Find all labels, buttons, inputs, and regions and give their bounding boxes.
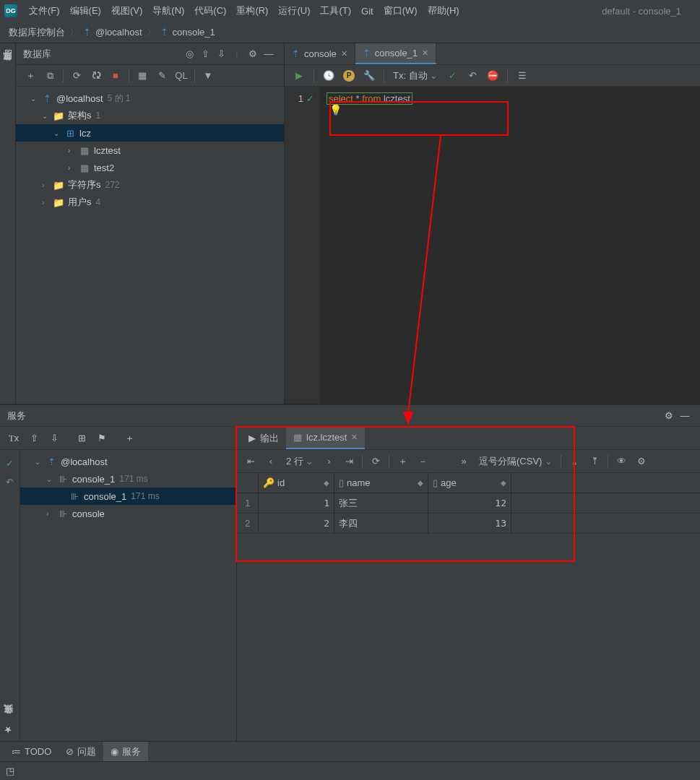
expand-arrow[interactable]: › — [68, 164, 78, 172]
table-row[interactable]: 22李四13 — [237, 514, 700, 534]
commit-icon[interactable]: ✓ — [444, 67, 461, 84]
cell-age[interactable]: 13 — [428, 514, 511, 533]
add-icon[interactable]: ＋ — [120, 430, 139, 447]
favorites-tab[interactable]: ★ 收藏夹 — [0, 716, 16, 741]
tree-item-架构s[interactable]: ⌄📁架构s1 — [16, 107, 284, 124]
svc-tree-item[interactable]: ›⊪console — [20, 505, 236, 522]
expand-arrow[interactable]: ⌄ — [53, 129, 64, 137]
todo-tab[interactable]: ≔TODO — [4, 742, 59, 761]
problems-tab[interactable]: ⊘问题 — [59, 742, 103, 761]
explain-plan-icon[interactable]: P — [340, 67, 358, 84]
add-row-icon[interactable]: ＋ — [393, 453, 412, 470]
code-editor[interactable]: 1 ✓ select * from lcztest 💡 — [285, 87, 700, 404]
prev-page-icon[interactable]: ‹ — [262, 453, 280, 470]
reload-icon[interactable]: ⟳ — [366, 453, 385, 470]
collapse-icon[interactable]: ⇧ — [25, 430, 43, 447]
commit-icon[interactable]: ✓ — [3, 456, 17, 470]
expand-arrow[interactable]: › — [68, 147, 78, 155]
close-icon[interactable]: ✕ — [341, 49, 347, 58]
tree-item-字符序s[interactable]: ›📁字符序s272 — [16, 176, 284, 194]
tree-item-@localhost[interactable]: ⌄⇡@localhost5 的 1 — [16, 90, 284, 107]
result-tab-输出[interactable]: ▶输出 — [241, 427, 286, 449]
cell-name[interactable]: 李四 — [334, 514, 428, 533]
col-id[interactable]: 🔑id◆ — [259, 473, 334, 493]
svc-tree-item[interactable]: ⊪console_1171 ms — [20, 488, 236, 505]
svc-tree-item[interactable]: ⌄⊪console_1171 ms — [20, 470, 236, 488]
col-age[interactable]: ▯age◆ — [428, 473, 511, 493]
copy-icon[interactable]: ⧉ — [41, 67, 59, 84]
sync-icon[interactable]: 🗘 — [87, 67, 105, 84]
collapse-icon[interactable]: ⇧ — [197, 46, 213, 62]
expand-icon[interactable]: ⇩ — [213, 46, 229, 62]
expand-arrow[interactable]: › — [42, 181, 52, 189]
eye-icon[interactable]: 👁 — [612, 453, 631, 470]
menu-file[interactable]: 文件(F) — [25, 2, 64, 20]
menu-edit[interactable]: 编辑(E) — [66, 2, 105, 20]
tree-item-lcz[interactable]: ⌄⊞lcz — [16, 124, 284, 142]
menu-tools[interactable]: 工具(T) — [316, 2, 355, 20]
expand-arrow[interactable]: ⌄ — [46, 475, 56, 483]
database-tool-tab[interactable]: 🗄 数据库 — [0, 43, 16, 404]
breadcrumb-console[interactable]: console_1 — [173, 27, 215, 38]
intention-bulb-icon[interactable]: 💡 — [329, 104, 342, 116]
gear-icon[interactable]: ⚙ — [661, 408, 677, 424]
rollback-icon[interactable]: ↶ — [464, 67, 481, 84]
query-icon[interactable]: QL — [173, 67, 190, 84]
run-button[interactable]: ▶ — [290, 67, 308, 84]
cell-name[interactable]: 张三 — [334, 493, 428, 513]
svc-tree-item[interactable]: ⌄⇡@localhost — [20, 453, 236, 470]
export-up-icon[interactable]: ⤒ — [585, 453, 604, 470]
tree-item-lcztest[interactable]: ›▦lcztest — [16, 142, 284, 159]
editor-tab-console[interactable]: ⇡console✕ — [285, 43, 355, 64]
filter-icon[interactable]: ▼ — [199, 67, 217, 84]
menu-run[interactable]: 运行(U) — [274, 2, 314, 20]
add-button[interactable]: ＋ — [22, 67, 39, 84]
remove-row-icon[interactable]: － — [413, 453, 432, 470]
settings-icon[interactable]: ☰ — [514, 67, 531, 84]
tree-item-test2[interactable]: ›▦test2 — [16, 159, 284, 176]
editor-tab-console_1[interactable]: ⇡console_1✕ — [355, 43, 436, 64]
last-page-icon[interactable]: ⇥ — [340, 453, 358, 470]
expand-arrow[interactable]: ⌄ — [42, 112, 52, 120]
menu-code[interactable]: 代码(C) — [190, 2, 230, 20]
tree-item-用户s[interactable]: ›📁用户s4 — [16, 194, 284, 211]
stop-icon[interactable]: ■ — [107, 67, 124, 84]
gear-icon[interactable]: ⚙ — [632, 453, 651, 470]
breadcrumb-host[interactable]: @localhost — [95, 27, 142, 38]
refresh-icon[interactable]: ⟳ — [68, 67, 85, 84]
cell-age[interactable]: 12 — [428, 493, 511, 513]
cell-id[interactable]: 1 — [259, 493, 334, 513]
expand-arrow[interactable]: › — [46, 510, 56, 518]
tx-icon[interactable]: Tx — [4, 430, 23, 447]
export-down-icon[interactable]: ⤓ — [565, 453, 584, 470]
next-page-icon[interactable]: › — [319, 453, 338, 470]
gear-icon[interactable]: ⚙ — [245, 46, 261, 62]
expand-arrow[interactable]: ⌄ — [35, 458, 45, 466]
menu-help[interactable]: 帮助(H) — [423, 2, 464, 20]
wrench-icon[interactable]: 🔧 — [360, 67, 378, 84]
expand-arrow[interactable]: › — [42, 199, 52, 207]
expand-arrow[interactable]: ⌄ — [30, 95, 40, 103]
target-icon[interactable]: ◎ — [181, 46, 197, 62]
result-tab-lcz.lcztest[interactable]: ▦lcz.lcztest ✕ — [286, 427, 365, 449]
menu-window[interactable]: 窗口(W) — [379, 2, 422, 20]
menu-refactor[interactable]: 重构(R) — [232, 2, 272, 20]
more-icon[interactable]: » — [454, 453, 473, 470]
cancel-icon[interactable]: ⛔ — [484, 67, 501, 84]
menu-navigate[interactable]: 导航(N) — [148, 2, 189, 20]
window-icon[interactable]: ◳ — [6, 766, 14, 776]
breadcrumb-root[interactable]: 数据库控制台 — [9, 26, 65, 39]
tx-mode-label[interactable]: Tx: 自动 ⌄ — [393, 69, 438, 82]
services-tab[interactable]: ◉服务 — [103, 742, 148, 761]
first-page-icon[interactable]: ⇤ — [241, 453, 260, 470]
close-icon[interactable]: ✕ — [422, 48, 428, 58]
col-name[interactable]: ▯name◆ — [334, 473, 428, 493]
table-row[interactable]: 11张三12 — [237, 493, 700, 514]
sql-statement[interactable]: select * from lcztest — [327, 92, 412, 105]
history-icon[interactable]: 🕓 — [320, 67, 337, 84]
flag-icon[interactable]: ⚑ — [92, 430, 111, 447]
menu-git[interactable]: Git — [357, 4, 378, 19]
export-format[interactable]: 逗号分隔(CSV) ⌄ — [475, 455, 557, 468]
minimize-icon[interactable]: — — [677, 408, 693, 424]
expand-icon[interactable]: ⇩ — [45, 430, 64, 447]
